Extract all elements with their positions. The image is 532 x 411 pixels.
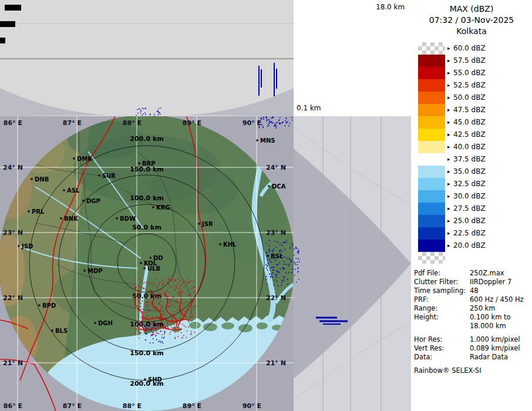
legend-label: 57.5 dBZ — [453, 55, 486, 67]
top-height-profile-panel — [0, 0, 294, 116]
legend-arrow-icon: ▸ — [447, 153, 452, 166]
legend-row: ▸27.5 dBZ — [411, 203, 532, 215]
metadata-value: IIRDoppler 7 — [470, 278, 532, 287]
legend-color-swatch — [418, 252, 445, 264]
radar-map: 86° E86° E87° E87° E88° E88° E89° E89° E… — [0, 116, 294, 411]
metadata-key: Range: — [411, 304, 470, 313]
legend-row: ▸57.5 dBZ — [411, 55, 532, 67]
metadata-table: Pdf File:250Z.maxClutter Filter:IIRDoppl… — [411, 269, 532, 362]
legend-label: 27.5 dBZ — [453, 203, 486, 215]
svg-text:DCA: DCA — [272, 183, 286, 190]
svg-text:21° N: 21° N — [3, 359, 23, 367]
svg-text:22° N: 22° N — [266, 294, 286, 302]
metadata-row: Vert Res:0.089 km/pixel — [411, 344, 532, 353]
legend-arrow-icon: ▸ — [447, 116, 452, 129]
svg-text:MNS: MNS — [260, 137, 275, 144]
metadata-value: 18.000 km — [470, 322, 532, 331]
metadata-row: Pdf File:250Z.max — [411, 269, 532, 278]
svg-text:50.0 km: 50.0 km — [132, 292, 161, 300]
metadata-key: Clutter Filter: — [411, 278, 470, 287]
svg-text:150.0 km: 150.0 km — [130, 349, 163, 357]
legend-label: 52.5 dBZ — [453, 79, 486, 92]
svg-text:90° E: 90° E — [243, 402, 261, 410]
legend-label: 47.5 dBZ — [453, 104, 486, 116]
legend-color-swatch — [418, 227, 445, 240]
legend-label: 50.0 dBZ — [453, 92, 486, 104]
metadata-value: 1.000 km/pixel — [470, 335, 532, 344]
svg-text:BNK: BNK — [64, 215, 79, 222]
metadata-value: 48 — [470, 287, 532, 295]
legend-row: ▸22.5 dBZ — [411, 227, 532, 240]
svg-text:22° N: 22° N — [3, 294, 23, 302]
legend-color-swatch — [418, 178, 445, 190]
svg-text:DGP: DGP — [86, 198, 100, 204]
legend-label: 60.0 dBZ — [453, 42, 486, 55]
svg-text:23° N: 23° N — [3, 229, 23, 237]
svg-text:24° N: 24° N — [266, 164, 286, 171]
metadata-value: 0.089 km/pixel — [470, 344, 532, 353]
svg-text:ASL: ASL — [67, 187, 80, 194]
legend-row: ▸55.0 dBZ — [411, 67, 532, 79]
max-height-label: 18.0 km — [376, 3, 405, 11]
svg-text:24° N: 24° N — [3, 164, 23, 171]
legend-color-swatch — [418, 42, 445, 55]
legend-arrow-icon: ▸ — [447, 227, 452, 240]
svg-text:86° E: 86° E — [4, 119, 22, 127]
legend-color-swatch — [418, 141, 445, 153]
legend-label: 30.0 dBZ — [453, 190, 486, 203]
legend-label: 32.5 dBZ — [453, 178, 486, 190]
svg-text:DGH: DGH — [98, 320, 113, 326]
legend-arrow-icon: ▸ — [447, 190, 452, 203]
side-height-profile-panel — [294, 116, 411, 411]
legend-row: ▸35.0 dBZ — [411, 166, 532, 178]
svg-text:SUR: SUR — [102, 173, 116, 179]
out-of-range-wedge — [0, 88, 107, 116]
product-title: MAX (dBZ) — [411, 4, 532, 15]
clipped-axis-label-block — [0, 21, 15, 27]
reflectivity-legend: ▸60.0 dBZ▸57.5 dBZ▸55.0 dBZ▸52.5 dBZ▸50.… — [411, 42, 532, 264]
legend-arrow-icon: ▸ — [447, 141, 452, 153]
legend-label: 35.0 dBZ — [453, 166, 486, 178]
legend-color-swatch — [418, 116, 445, 129]
legend-label: 55.0 dBZ — [453, 67, 486, 79]
legend-color-swatch — [418, 92, 445, 104]
svg-text:90° E: 90° E — [243, 119, 261, 127]
svg-text:DMK: DMK — [77, 156, 93, 162]
legend-color-swatch — [418, 79, 445, 92]
svg-text:88° E: 88° E — [123, 402, 142, 410]
metadata-value: 0.100 km to — [470, 313, 532, 322]
metadata-key: Hor Res: — [411, 335, 470, 344]
metadata-key: PRF: — [411, 295, 470, 304]
legend-row: ▸20.0 dBZ — [411, 240, 532, 252]
svg-text:SHD: SHD — [148, 376, 162, 383]
legend-arrow-icon: ▸ — [447, 240, 452, 252]
legend-color-swatch — [418, 203, 445, 215]
clipped-axis-label-block — [5, 5, 21, 11]
metadata-key: Vert Res: — [411, 344, 470, 353]
min-height-label: 0.1 km — [297, 104, 321, 112]
legend-arrow-icon: ▸ — [447, 67, 452, 79]
metadata-key: Pdf File: — [411, 269, 470, 278]
metadata-value: 600 Hz / 450 Hz — [470, 295, 532, 304]
legend-label: 25.0 dBZ — [453, 215, 486, 227]
svg-text:21° N: 21° N — [266, 359, 286, 367]
svg-text:BPD: BPD — [42, 302, 56, 309]
legend-row: ▸52.5 dBZ — [411, 79, 532, 92]
legend-arrow-icon: ▸ — [447, 79, 452, 92]
svg-text:200.0 km: 200.0 km — [130, 135, 163, 143]
metadata-row: Range:250 km — [411, 304, 532, 313]
legend-color-swatch — [418, 104, 445, 116]
svg-text:BRP: BRP — [142, 160, 156, 167]
metadata-row: PRF:600 Hz / 450 Hz — [411, 295, 532, 304]
metadata-key: Time sampling: — [411, 287, 470, 295]
legend-color-swatch — [418, 67, 445, 79]
clipped-axis-label-block — [0, 38, 5, 43]
legend-bottom-cap — [411, 252, 532, 264]
metadata-row: Clutter Filter:IIRDoppler 7 — [411, 278, 532, 287]
svg-text:BLS: BLS — [55, 328, 68, 334]
legend-color-swatch — [418, 166, 445, 178]
product-datetime: 07:32 / 03-Nov-2025 — [411, 15, 532, 26]
metadata-key: Data: — [411, 353, 470, 362]
legend-row: ▸37.5 dBZ — [411, 153, 532, 166]
legend-arrow-icon: ▸ — [447, 104, 452, 116]
